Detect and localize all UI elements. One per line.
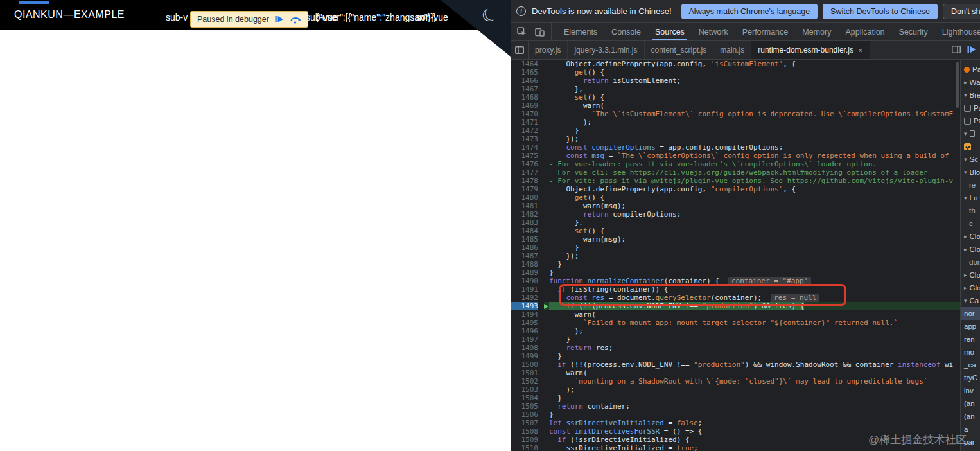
line-number-1479[interactable]: 1479 [511, 185, 538, 193]
line-number-1482[interactable]: 1482 [511, 210, 538, 218]
line-number-1495[interactable]: 1495 [511, 319, 538, 327]
sidebar-item-glo[interactable]: ▸Glo [961, 281, 980, 294]
line-number-1465[interactable]: 1465 [511, 68, 538, 76]
navigator-toggle-icon[interactable] [511, 41, 529, 59]
sidebar-item-tryc[interactable]: tryC [961, 371, 980, 384]
line-number-1464[interactable]: 1464 [511, 60, 538, 68]
tab-security[interactable]: Security [892, 23, 935, 40]
line-number-1483[interactable]: 1483 [511, 218, 538, 227]
line-number-1470[interactable]: 1470 [511, 110, 538, 118]
sidebar-item-pa[interactable]: Pa [961, 63, 980, 76]
resume-debugger-icon[interactable] [967, 44, 977, 56]
sidebar-item-clo[interactable]: ▸Clo [961, 230, 980, 243]
line-number-1478[interactable]: 1478 [511, 177, 538, 185]
tab-sources[interactable]: Sources [648, 23, 692, 40]
sidebar-item-an[interactable]: (an [961, 410, 980, 423]
file-tab-runtime-dom-esm-bundler-js[interactable]: runtime-dom.esm-bundler.js× [751, 41, 870, 59]
breakpoint-checkbox[interactable] [964, 105, 971, 112]
line-number-1474[interactable]: 1474 [511, 143, 538, 152]
tab-application[interactable]: Application [838, 23, 891, 40]
sidebar-item-icon[interactable] [961, 140, 980, 153]
always-match-chrome-s-language-button[interactable]: Always match Chrome's language [681, 4, 818, 19]
line-number-1491[interactable]: 1491 [511, 285, 538, 294]
don-t-show-again-button[interactable]: Don't show again [943, 4, 980, 19]
sidebar-item-ren[interactable]: ren [961, 333, 980, 346]
sidebar-item-th[interactable]: th [961, 204, 980, 217]
line-number-1471[interactable]: 1471 [511, 118, 538, 127]
file-tab-jquery-3-3-1-min-js[interactable]: jquery-3.3.1.min.js [568, 41, 644, 59]
sidebar-item-clo[interactable]: ▸Clo [961, 269, 980, 281]
line-number-1492[interactable]: 1492 [511, 294, 538, 302]
tab-elements[interactable]: Elements [557, 23, 604, 40]
line-number-1476[interactable]: 1476 [511, 160, 538, 168]
sidebar-item-icon[interactable]: ▾ [961, 127, 980, 140]
breakpoint-checkbox[interactable] [964, 118, 971, 125]
editor-scrollbar[interactable] [956, 62, 959, 108]
close-icon[interactable]: × [858, 46, 863, 55]
sidebar-item-ca[interactable]: ▾Ca [961, 294, 980, 307]
file-tab-proxy-js[interactable]: proxy.js [529, 41, 568, 59]
line-number-1473[interactable]: 1473 [511, 135, 538, 143]
line-number-1493[interactable]: 1493 [511, 302, 538, 310]
sidebar-item-bre[interactable]: ▾Bre [961, 89, 980, 102]
file-tab-main-js[interactable]: main.js [713, 41, 751, 59]
resume-script-button[interactable] [275, 15, 284, 23]
sidebar-item-pa[interactable]: Pa [961, 114, 980, 127]
line-number-1481[interactable]: 1481 [511, 202, 538, 210]
tab-console[interactable]: Console [604, 23, 648, 40]
line-number-1487[interactable]: 1487 [511, 252, 538, 260]
sidebar-item-dom[interactable]: dom [961, 256, 980, 269]
sidebar-item-ca[interactable]: _ca [961, 358, 980, 371]
line-number-1480[interactable]: 1480 [511, 193, 538, 202]
line-number-1488[interactable]: 1488 [511, 260, 538, 269]
line-number-1503[interactable]: 1503 [511, 385, 538, 394]
line-number-1467[interactable]: 1467 [511, 85, 538, 93]
line-number-1469[interactable]: 1469 [511, 102, 538, 110]
line-number-1508[interactable]: 1508 [511, 427, 538, 436]
sidebar-item-pa[interactable]: Pa [961, 102, 980, 114]
line-number-1507[interactable]: 1507 [511, 419, 538, 427]
sidebar-item-nor[interactable]: nor [961, 307, 980, 320]
sidebar-item-sc[interactable]: ▾Sc [961, 153, 980, 166]
inspect-element-icon[interactable] [514, 25, 530, 39]
device-toolbar-icon[interactable] [532, 25, 548, 39]
sidebar-item-lo[interactable]: ▾Lo [961, 191, 980, 204]
line-number-1509[interactable]: 1509 [511, 436, 538, 444]
line-number-1477[interactable]: 1477 [511, 168, 538, 177]
sidebar-item-mo[interactable]: mo [961, 346, 980, 358]
line-number-1505[interactable]: 1505 [511, 402, 538, 411]
line-number-1506[interactable]: 1506 [511, 411, 538, 419]
line-number-1466[interactable]: 1466 [511, 76, 538, 85]
line-number-1485[interactable]: 1485 [511, 235, 538, 243]
tab-network[interactable]: Network [692, 23, 735, 40]
line-number-1497[interactable]: 1497 [511, 335, 538, 344]
sidebar-item-clo[interactable]: ▸Clo [961, 243, 980, 256]
line-number-1502[interactable]: 1502 [511, 377, 538, 385]
line-number-1468[interactable]: 1468 [511, 93, 538, 102]
line-number-1500[interactable]: 1500 [511, 360, 538, 369]
breakpoint-checkbox[interactable] [964, 143, 971, 150]
line-number-1510[interactable]: 1510 [511, 444, 538, 451]
sidebar-item-re[interactable]: re [961, 179, 980, 191]
line-number-1494[interactable]: 1494 [511, 310, 538, 319]
sidebar-item-an[interactable]: (an [961, 397, 980, 410]
line-number-1501[interactable]: 1501 [511, 369, 538, 377]
sidebar-item-wa[interactable]: ▸Wa [961, 76, 980, 89]
sidebar-item-app[interactable]: app [961, 320, 980, 333]
sidebar-item-blo[interactable]: ▾Blo [961, 166, 980, 179]
tab-memory[interactable]: Memory [795, 23, 838, 40]
toggle-debugger-sidebar-icon[interactable] [952, 44, 961, 56]
line-number-1496[interactable]: 1496 [511, 327, 538, 335]
tab-lighthouse[interactable]: Lighthouse [935, 23, 980, 40]
line-number-1472[interactable]: 1472 [511, 127, 538, 135]
line-number-1499[interactable]: 1499 [511, 352, 538, 360]
sidebar-item-c[interactable]: c [961, 217, 980, 230]
sidebar-item-inv[interactable]: inv [961, 384, 980, 397]
line-number-1475[interactable]: 1475 [511, 152, 538, 160]
line-number-1504[interactable]: 1504 [511, 394, 538, 402]
line-number-1498[interactable]: 1498 [511, 344, 538, 352]
line-number-1486[interactable]: 1486 [511, 243, 538, 252]
line-number-1484[interactable]: 1484 [511, 227, 538, 235]
step-over-button[interactable] [290, 15, 301, 24]
tab-performance[interactable]: Performance [735, 23, 796, 40]
